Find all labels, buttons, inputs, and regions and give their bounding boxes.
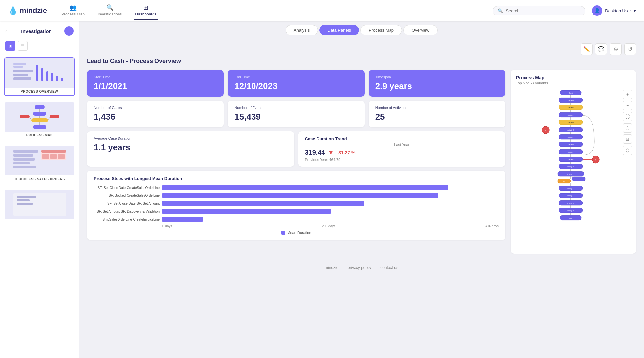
- sidebar-add-button[interactable]: +: [64, 26, 74, 36]
- footer-link-contact[interactable]: contact us: [380, 265, 398, 270]
- chart-axis: 0 days 208 days 416 days: [94, 224, 499, 228]
- svg-rect-35: [17, 203, 33, 205]
- sidebar-card-fourth-thumbnail: [5, 190, 74, 219]
- map-extra-button[interactable]: ⬡: [623, 146, 632, 155]
- num-cases-value: 1,436: [94, 112, 217, 122]
- start-time-label: Start Time: [94, 75, 217, 79]
- tab-analysis[interactable]: Analysis: [286, 25, 318, 35]
- axis-label-0: 0 days: [162, 224, 172, 228]
- svg-text:Alt: Alt: [563, 181, 565, 182]
- sidebar-card-process-map-label: PROCESS MAP: [5, 132, 74, 139]
- tab-overview[interactable]: Overview: [403, 25, 438, 35]
- map-tools: + − ⛶ ⬡ ⊡ ⬡: [623, 90, 632, 155]
- search-input[interactable]: [506, 8, 580, 13]
- axis-label-1: 208 days: [322, 224, 336, 228]
- bar-fill-2: [162, 201, 364, 206]
- edit-tool-button[interactable]: ✏️: [581, 43, 593, 55]
- svg-line-21: [48, 117, 50, 120]
- svg-rect-28: [41, 150, 66, 153]
- svg-rect-15: [31, 118, 48, 122]
- svg-rect-9: [13, 63, 26, 65]
- svg-rect-23: [13, 154, 33, 157]
- svg-text:End: End: [569, 217, 572, 219]
- add-tool-button[interactable]: ⊕: [610, 43, 622, 55]
- chart-legend: Mean Duration: [94, 231, 499, 235]
- bar-label-0: SF: Set Close Date-CreateSalesOrderLine: [94, 186, 160, 190]
- svg-text:Activity 14: Activity 14: [567, 203, 574, 204]
- main-content: Analysis Data Panels Process Map Overvie…: [79, 21, 644, 358]
- metrics-row-3: Average Case Duration 1.1 years Case Dur…: [87, 131, 505, 167]
- trend-arrow-icon: ▼: [328, 149, 334, 156]
- timespan-label: Timespan: [375, 75, 499, 79]
- process-map-icon: 👥: [69, 4, 77, 11]
- sidebar-card-touchless-sales[interactable]: TOUCHLESS SALES ORDERS: [4, 145, 75, 184]
- tab-data-panels[interactable]: Data Panels: [319, 25, 359, 35]
- sidebar-card-fourth[interactable]: [4, 189, 75, 224]
- bar-row-4: ShipSalesOrderLine-CreateInvoiceLine: [94, 217, 499, 222]
- svg-text:Activity 1: Activity 1: [567, 100, 574, 102]
- comment-tool-button[interactable]: 💬: [595, 43, 607, 55]
- bar-fill-1: [162, 193, 438, 198]
- trend-previous: Previous Year: 464.79: [305, 158, 499, 162]
- sidebar-card-process-overview[interactable]: PROCESS OVERVIEW: [4, 57, 75, 96]
- bar-container-3: [162, 209, 499, 214]
- svg-rect-17: [33, 125, 46, 129]
- list-view-toggle[interactable]: ☰: [18, 41, 28, 51]
- sidebar-chevron-icon[interactable]: ‹: [5, 29, 7, 33]
- sidebar-card-process-map[interactable]: PROCESS MAP: [4, 101, 75, 140]
- svg-rect-2: [13, 77, 31, 80]
- svg-rect-81: [572, 177, 585, 181]
- num-events-label: Number of Events: [234, 106, 358, 110]
- timespan-value: 2.9 years: [375, 81, 499, 91]
- tab-process-map[interactable]: Process Map: [360, 25, 402, 35]
- svg-rect-30: [50, 154, 57, 159]
- search-bar[interactable]: 🔍: [493, 6, 585, 15]
- svg-text:Activity 10: Activity 10: [567, 166, 574, 168]
- refresh-tool-button[interactable]: ↺: [624, 43, 636, 55]
- fit-button[interactable]: ⛶: [623, 112, 632, 121]
- trend-percentage: -31.27 %: [337, 150, 355, 155]
- svg-rect-4: [41, 68, 43, 81]
- user-label: Desktop User: [605, 8, 631, 13]
- svg-rect-7: [56, 76, 58, 81]
- svg-text:Activity 13: Activity 13: [567, 195, 574, 197]
- svg-rect-18: [20, 115, 30, 118]
- svg-rect-5: [46, 71, 48, 81]
- svg-rect-0: [13, 70, 33, 72]
- sidebar: ‹ Investigation + ⊞ ☰: [0, 21, 79, 358]
- trend-year: Last Year: [305, 143, 499, 147]
- bar-label-2: SF: Set Close Date-SF: Set Amount: [94, 202, 160, 205]
- nav-dashboards[interactable]: ⊞ Dashboards: [134, 1, 158, 20]
- num-activities-label: Number of Activities: [375, 106, 499, 110]
- footer-link-mindzie[interactable]: mindzie: [325, 265, 338, 270]
- user-area[interactable]: 👤 Desktop User ▾: [592, 5, 636, 16]
- export-button[interactable]: ⬡: [623, 123, 632, 133]
- nav-investigations[interactable]: 🔍 Investigations: [96, 1, 123, 20]
- dashboards-icon: ⊞: [143, 4, 148, 11]
- svg-rect-34: [17, 199, 30, 201]
- start-time-value: 1/1/2021: [94, 81, 217, 91]
- num-activities-value: 25: [375, 112, 499, 122]
- svg-rect-25: [13, 162, 30, 164]
- metric-case-duration-trend: Case Duration Trend Last Year 319.44 ▼ -…: [298, 131, 506, 167]
- bar-row-3: SF: Set Amount-SF: Discovery & Validatio…: [94, 209, 499, 214]
- bar-row-0: SF: Set Close Date-CreateSalesOrderLine: [94, 185, 499, 190]
- trend-number: 319.44: [305, 149, 325, 156]
- nav-process-map[interactable]: 👥 Process Map: [60, 1, 86, 20]
- sidebar-header: ‹ Investigation +: [0, 26, 79, 41]
- avg-duration-label: Average Case Duration: [94, 136, 288, 140]
- footer-link-privacy[interactable]: privacy policy: [348, 265, 371, 270]
- zoom-out-button[interactable]: −: [623, 101, 632, 110]
- zoom-in-button[interactable]: +: [623, 90, 632, 99]
- process-map-svg: Start Activity 1 Activity 2: [516, 89, 631, 247]
- chart-title: Process Steps with Longest Mean Duration: [94, 176, 499, 181]
- map-settings-button[interactable]: ⊡: [623, 134, 632, 144]
- grid-view-toggle[interactable]: ⊞: [5, 41, 15, 51]
- legend-label: Mean Duration: [287, 231, 311, 235]
- svg-line-19: [30, 117, 31, 120]
- svg-rect-26: [13, 166, 36, 168]
- app-logo[interactable]: 💧 mindzie: [8, 6, 47, 15]
- metric-num-cases: Number of Cases 1,436: [87, 101, 224, 127]
- svg-text:Activity 5: Activity 5: [567, 129, 574, 131]
- sidebar-card-fourth-label: [5, 219, 74, 223]
